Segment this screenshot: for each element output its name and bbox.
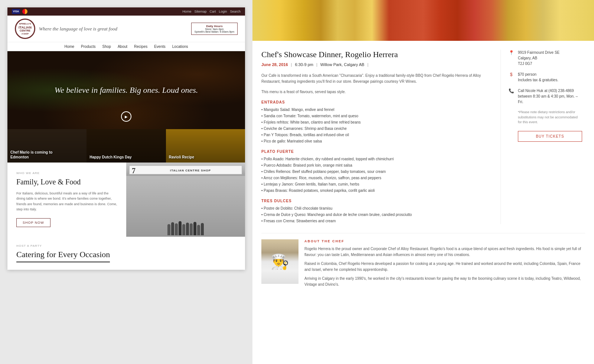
- daily-hours-box: Daily Hours Store: 9am-9pm Spinelli's Be…: [191, 23, 238, 35]
- price-block: $ $70 person Includes tax & gratuities.: [508, 72, 582, 83]
- card-ravioli[interactable]: Ravioli Recipe: [166, 129, 245, 163]
- card-1-label: Chef Mario is coming to Edmonton: [7, 147, 55, 163]
- nav-item-locations[interactable]: Locations: [172, 45, 188, 49]
- list-item: Lentejas y Jamon: Green lentils, Italian…: [261, 181, 492, 187]
- top-bar-left: VISA: [12, 9, 27, 14]
- event-content: Chef's Showcase Dinner, Rogelio Herrera …: [252, 41, 594, 233]
- nav-home[interactable]: Home: [182, 10, 191, 13]
- top-bar-right: Home Sitemap Cart Login Search: [182, 10, 241, 13]
- about-tag: WHO WE ARE: [16, 171, 117, 175]
- event-main: Chef's Showcase Dinner, Rogelio Herrera …: [261, 50, 492, 224]
- info-sidebar: 📍 9919 Fairmount Drive SE Calgary, AB T2…: [500, 50, 582, 224]
- store-sign-text: ITALIAN CENTRE SHOP: [170, 169, 211, 172]
- event-time: 6:30-9 pm: [295, 62, 313, 67]
- chef-section: 👨‍🍳 ABOUT THE CHEF Rogelio Herrera is th…: [261, 233, 585, 291]
- shop-now-button[interactable]: SHOP NOW: [16, 218, 50, 227]
- food-background: [252, 0, 594, 41]
- chef-bio-2: Raised in Colombia, Chef Rogelio Herrera…: [304, 261, 585, 273]
- logo-centre: CENTRE: [20, 29, 30, 32]
- about-desc: For Italians, delicious, bountiful meals…: [16, 191, 117, 212]
- list-item: Ceviche de Camarones: Shrimp and Basa ce…: [261, 125, 492, 132]
- about-text: WHO WE ARE Family, Love & Food For Itali…: [7, 163, 126, 237]
- website-mockup: VISA Home Sitemap Cart Login Search Spin…: [7, 7, 245, 270]
- about-title: Family, Love & Food: [16, 178, 117, 186]
- visa-icon: VISA: [12, 9, 20, 14]
- hero-text: We believe in families. Big ones. Loud o…: [55, 85, 198, 95]
- event-meta: June 28, 2016 | 6:30-9 pm | Willow Park,…: [261, 62, 492, 67]
- right-panel: Chef's Showcase Dinner, Rogelio Herrera …: [252, 0, 594, 364]
- left-panel: VISA Home Sitemap Cart Login Search Spin…: [0, 0, 252, 364]
- nav-sitemap[interactable]: Sitemap: [194, 10, 206, 13]
- buy-tickets-button[interactable]: BUY TICKETS: [518, 131, 582, 142]
- about-chef-label: ABOUT THE CHEF: [304, 239, 585, 243]
- tres-dulces-list: Postre de Doblito: Chili chocolate tiram…: [261, 205, 492, 224]
- contact-block: 📞 Call Nicole Huk at (403) 238-4869 betw…: [508, 88, 582, 105]
- logo-area: Spinelli's ITALIAN CENTRE A SHOP Where t…: [15, 19, 117, 39]
- list-item: Chilles Rellenos: Beef stuffed poblano p…: [261, 168, 492, 175]
- card-chef-mario[interactable]: Chef Mario is coming to Edmonton: [7, 129, 87, 163]
- section-plato-fuerte: PLATO FUERTE: [261, 150, 492, 154]
- nav-search[interactable]: Search: [230, 10, 241, 13]
- hours-title: Daily Hours: [195, 24, 234, 28]
- list-item: Pico de gallo: Marinated olive salsa: [261, 138, 492, 144]
- list-item: Fresas con Crema: Strawberries and cream: [261, 218, 492, 224]
- separator-3: |: [367, 62, 368, 67]
- party-title: Catering for Every Occasion: [16, 250, 110, 262]
- price-text: $70 person Includes tax & gratuities.: [518, 72, 558, 83]
- list-item: Crema de Dulce y Queso: Manchego and dul…: [261, 211, 492, 218]
- chef-bio-1: Rogelio Herrera is the proud owner and C…: [304, 246, 585, 258]
- nav-item-recipes[interactable]: Recipes: [134, 45, 147, 49]
- hours-line2: Spinelli's Best Italian: 9:30am-9pm: [195, 30, 234, 33]
- chef-photo: 👨‍🍳: [261, 239, 298, 284]
- hero-food-image: [252, 0, 594, 41]
- site-nav: Home Products Shop About Recipes Events …: [7, 42, 245, 51]
- note-text: *Please note dietary restrictions and/or…: [518, 110, 582, 125]
- nav-login[interactable]: Login: [219, 10, 227, 13]
- list-item: Frijoles refritos: White bean, cilantro …: [261, 119, 492, 125]
- separator-2: |: [316, 62, 317, 67]
- about-image: 7 ITALIAN CENTRE SHOP: [126, 163, 245, 237]
- event-date: June 28, 2016: [261, 62, 288, 67]
- mastercard-icon: [22, 9, 27, 14]
- chef-section-wrapper: 👨‍🍳 ABOUT THE CHEF Rogelio Herrera is th…: [252, 233, 594, 291]
- nav-item-home[interactable]: Home: [64, 45, 74, 49]
- party-section: HOST A PARTY Catering for Every Occasion: [7, 237, 245, 270]
- chef-bio-3: Arriving in Calgary in the early 1990's,…: [304, 276, 585, 288]
- list-item: Pollo Asado: Harterite chicken, dry rubb…: [261, 156, 492, 162]
- logo[interactable]: Spinelli's ITALIAN CENTRE A SHOP: [15, 19, 35, 39]
- list-item: Arroz con Mejillones: Rice, mussels, cho…: [261, 175, 492, 181]
- list-item: Manguito Salad: Mango, endive and fennel: [261, 106, 492, 113]
- tagline: Where the language of love is great food: [39, 26, 117, 32]
- card-3-label: Ravioli Recipe: [166, 152, 197, 163]
- section-entradas: ENTRADAS: [261, 100, 492, 104]
- logo-italian: ITALIAN: [19, 26, 32, 30]
- card-2-label: Happy Dutch Kings Day: [87, 152, 134, 163]
- store-people-image: [126, 176, 245, 237]
- nav-item-about[interactable]: About: [118, 45, 127, 49]
- logo-sub: A SHOP: [22, 33, 29, 35]
- event-desc-2: This menu is a feast of flavours, served…: [261, 89, 492, 95]
- nav-item-shop[interactable]: Shop: [102, 45, 111, 49]
- nav-item-products[interactable]: Products: [81, 45, 95, 49]
- card-dutch-kings[interactable]: Happy Dutch Kings Day: [87, 129, 166, 163]
- section-tres-dulces: TRES DULCES: [261, 199, 492, 203]
- plato-fuerte-list: Pollo Asado: Harterite chicken, dry rubb…: [261, 156, 492, 194]
- party-tag: HOST A PARTY: [16, 244, 236, 247]
- chef-info: ABOUT THE CHEF Rogelio Herrera is the pr…: [304, 239, 585, 291]
- play-button[interactable]: ▶: [121, 111, 131, 122]
- hero-section: We believe in families. Big ones. Loud o…: [7, 51, 245, 129]
- list-item: Postre de Doblito: Chili chocolate tiram…: [261, 205, 492, 211]
- price-icon: $: [508, 72, 514, 78]
- address-text: 9919 Fairmount Drive SE Calgary, AB T2J …: [518, 50, 559, 66]
- nav-cart[interactable]: Cart: [209, 10, 216, 13]
- nav-item-events[interactable]: Events: [154, 45, 166, 49]
- list-item: Sandia con Tomate: Tomato, watermelon, m…: [261, 113, 492, 119]
- list-item: Papas Bravas: Roasted potatoes, smoked p…: [261, 187, 492, 194]
- phone-icon: 📞: [508, 88, 514, 94]
- separator-1: |: [291, 62, 292, 67]
- entradas-list: Manguito Salad: Mango, endive and fennel…: [261, 106, 492, 144]
- address-block: 📍 9919 Fairmount Drive SE Calgary, AB T2…: [508, 50, 582, 66]
- event-desc-1: Our Cafe is transformed into a South Ame…: [261, 73, 492, 85]
- about-section: WHO WE ARE Family, Love & Food For Itali…: [7, 163, 245, 237]
- location-icon: 📍: [508, 50, 514, 56]
